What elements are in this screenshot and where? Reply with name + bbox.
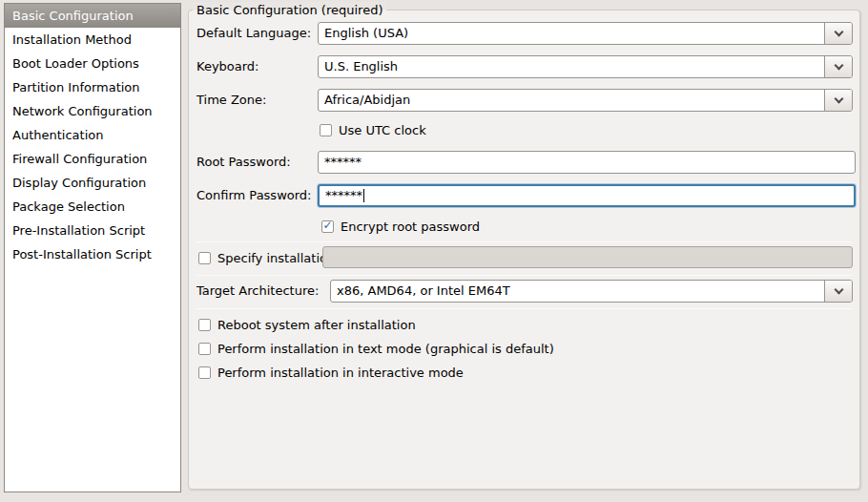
text-mode-label: Perform installation in text mode (graph…: [217, 342, 554, 356]
sidebar-item-partition-information[interactable]: Partition Information: [5, 75, 180, 99]
use-utc-clock-checkbox-row[interactable]: ✓ Use UTC clock: [320, 121, 426, 138]
encrypt-root-password-checkbox-row[interactable]: ✓ Encrypt root password: [321, 218, 480, 235]
keyboard-value: U.S. English: [319, 56, 824, 77]
time-zone-label: Time Zone:: [196, 89, 266, 112]
root-password-label: Root Password:: [196, 151, 291, 174]
time-zone-value: Africa/Abidjan: [319, 90, 824, 111]
use-utc-clock-checkbox[interactable]: ✓: [320, 124, 332, 136]
chevron-down-icon: [834, 284, 843, 294]
reboot-after-install-label: Reboot system after installation: [217, 318, 416, 332]
confirm-password-value: ******: [325, 188, 362, 202]
text-mode-checkbox[interactable]: ✓: [198, 343, 211, 355]
target-architecture-label: Target Architecture:: [196, 280, 319, 303]
section-list: Basic Configuration Installation Method …: [4, 3, 181, 492]
sidebar-item-boot-loader-options[interactable]: Boot Loader Options: [5, 52, 180, 75]
encrypt-root-password-checkbox[interactable]: ✓: [321, 220, 334, 233]
sidebar-item-display-configuration[interactable]: Display Configuration: [5, 171, 180, 195]
sidebar-item-authentication[interactable]: Authentication: [5, 123, 180, 147]
root-password-input[interactable]: ******: [318, 151, 856, 174]
frame-title: Basic Configuration (required): [193, 2, 386, 18]
reboot-after-install-checkbox[interactable]: ✓: [198, 319, 211, 331]
keyboard-label: Keyboard:: [196, 55, 259, 78]
chevron-down-icon: [834, 60, 843, 70]
interactive-mode-checkbox[interactable]: ✓: [198, 366, 211, 379]
chevron-down-icon: [834, 27, 843, 36]
sidebar-item-firewall-configuration[interactable]: Firewall Configuration: [5, 147, 180, 171]
default-language-dropdown-button[interactable]: [824, 23, 852, 44]
reboot-after-install-checkbox-row[interactable]: ✓ Reboot system after installation: [198, 316, 416, 333]
keyboard-dropdown-button[interactable]: [824, 56, 852, 77]
time-zone-dropdown-button[interactable]: [824, 90, 852, 111]
keyboard-combobox[interactable]: U.S. English: [318, 55, 853, 78]
sidebar-item-installation-method[interactable]: Installation Method: [5, 28, 180, 52]
sidebar-item-package-selection[interactable]: Package Selection: [5, 195, 180, 219]
separator: [196, 308, 852, 309]
kickstart-configurator-window: { "sidebar": { "selected_index": 0, "ite…: [0, 0, 868, 502]
confirm-password-input[interactable]: ******: [318, 184, 856, 207]
separator: [196, 275, 852, 276]
text-cursor: [363, 189, 364, 202]
target-architecture-combobox[interactable]: x86, AMD64, or Intel EM64T: [330, 280, 853, 303]
default-language-value: English (USA): [319, 23, 824, 44]
time-zone-combobox[interactable]: Africa/Abidjan: [318, 89, 853, 112]
separator: [196, 241, 852, 242]
text-mode-checkbox-row[interactable]: ✓ Perform installation in text mode (gra…: [198, 340, 554, 357]
checkmark-icon: ✓: [322, 220, 332, 231]
installation-key-input: [322, 246, 853, 268]
sidebar-item-basic-configuration[interactable]: Basic Configuration: [5, 4, 180, 28]
sidebar-item-network-configuration[interactable]: Network Configuration: [5, 99, 180, 123]
interactive-mode-checkbox-row[interactable]: ✓ Perform installation in interactive mo…: [198, 364, 464, 381]
target-architecture-dropdown-button[interactable]: [824, 281, 852, 302]
sidebar-item-pre-installation-script[interactable]: Pre-Installation Script: [5, 219, 180, 242]
use-utc-clock-label: Use UTC clock: [339, 123, 426, 137]
default-language-combobox[interactable]: English (USA): [318, 22, 853, 45]
confirm-password-label: Confirm Password:: [196, 184, 311, 207]
target-architecture-value: x86, AMD64, or Intel EM64T: [331, 281, 824, 302]
chevron-down-icon: [834, 94, 843, 103]
encrypt-root-password-label: Encrypt root password: [341, 220, 480, 234]
default-language-label: Default Language:: [196, 22, 311, 45]
basic-configuration-frame: Basic Configuration (required) Default L…: [188, 10, 860, 490]
interactive-mode-label: Perform installation in interactive mode: [217, 366, 464, 380]
root-password-value: ******: [324, 155, 362, 169]
specify-installation-key-checkbox[interactable]: ✓: [198, 252, 211, 264]
sidebar-item-post-installation-script[interactable]: Post-Installation Script: [5, 242, 180, 266]
